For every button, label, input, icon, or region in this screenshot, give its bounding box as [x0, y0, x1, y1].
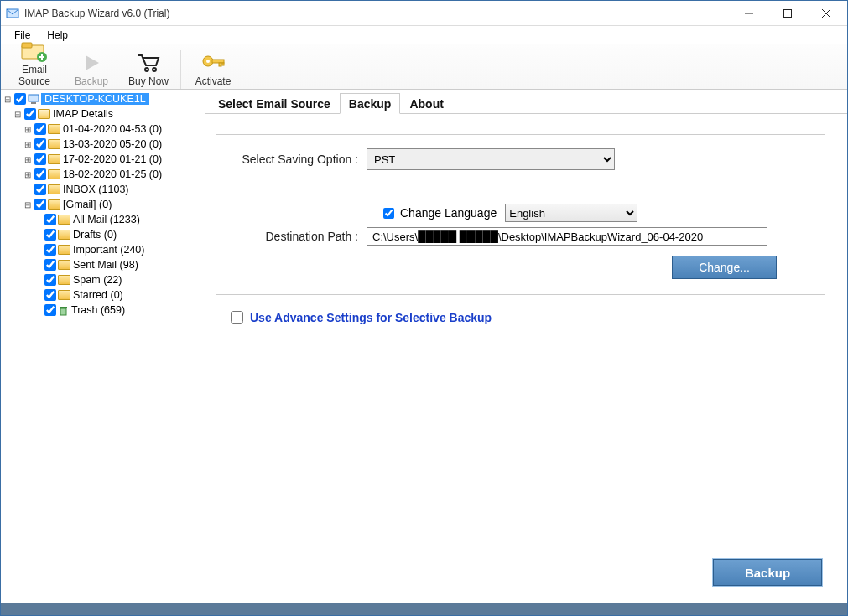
svg-rect-18: [29, 95, 39, 101]
svg-rect-19: [31, 102, 36, 104]
tab-backup[interactable]: Backup: [340, 93, 401, 114]
checkbox[interactable]: [34, 199, 46, 210]
collapse-icon[interactable]: ⊟: [13, 110, 23, 119]
checkbox[interactable]: [44, 259, 56, 271]
folder-icon: [48, 169, 60, 179]
titlebar: IMAP Backup Wizard v6.0 (Trial): [1, 1, 847, 26]
svg-point-11: [145, 68, 148, 71]
computer-icon: [28, 94, 39, 104]
folder-icon: [48, 139, 60, 149]
checkbox[interactable]: [44, 244, 56, 256]
collapse-icon[interactable]: ⊟: [3, 95, 13, 104]
svg-point-14: [206, 60, 210, 63]
folder-icon: [48, 184, 60, 194]
expand-icon[interactable]: ⊞: [23, 170, 33, 179]
tree-drafts[interactable]: Drafts (0): [3, 227, 203, 242]
play-icon: [63, 50, 120, 75]
tree-imap-details[interactable]: ⊟ IMAP Details: [3, 106, 203, 122]
tree-allmail[interactable]: All Mail (1233): [3, 212, 203, 227]
change-language-checkbox[interactable]: [383, 208, 394, 219]
destination-path-label: Destination Path :: [216, 230, 367, 243]
change-button[interactable]: Change...: [672, 256, 777, 279]
tree-trash[interactable]: Trash (659): [3, 303, 203, 318]
tree-starred[interactable]: Starred (0): [3, 287, 203, 303]
checkbox[interactable]: [44, 229, 56, 241]
toolbar-backup[interactable]: Backup: [63, 50, 120, 89]
svg-rect-15: [212, 60, 224, 63]
tab-about[interactable]: About: [400, 93, 452, 113]
checkbox[interactable]: [34, 168, 46, 180]
folder-icon: [58, 245, 70, 255]
svg-rect-17: [222, 63, 224, 65]
backup-button[interactable]: Backup: [713, 559, 822, 586]
advance-settings-row[interactable]: Use Advance Settings for Selective Backu…: [227, 308, 825, 326]
tree-item[interactable]: ⊞01-04-2020 04-53 (0): [3, 122, 203, 137]
tree-gmail[interactable]: ⊟[Gmail] (0): [3, 197, 203, 212]
divider: [216, 134, 825, 135]
tree-sentmail[interactable]: Sent Mail (98): [3, 257, 203, 272]
expand-icon[interactable]: ⊞: [23, 155, 33, 164]
toolbar-buy-now[interactable]: Buy Now: [120, 50, 177, 89]
advance-settings-label: Use Advance Settings for Selective Backu…: [250, 311, 492, 324]
tab-select-email-source[interactable]: Select Email Source: [209, 93, 340, 113]
tab-page-backup: Select Saving Option : PST Change Langua…: [205, 113, 847, 334]
svg-point-12: [153, 68, 156, 71]
tree-important[interactable]: Important (240): [3, 242, 203, 257]
saving-option-select[interactable]: PST: [367, 148, 615, 170]
cart-icon: [120, 50, 177, 75]
checkbox[interactable]: [44, 289, 56, 301]
destination-path-input[interactable]: [367, 227, 767, 246]
svg-rect-21: [60, 307, 67, 308]
checkbox[interactable]: [44, 214, 56, 225]
folder-icon: [48, 124, 60, 134]
expand-icon[interactable]: ⊞: [23, 125, 33, 134]
key-icon: [185, 50, 242, 75]
folder-tree[interactable]: ⊟ DESKTOP-KCUKE1L ⊟ IMAP Details ⊞01-04-…: [1, 90, 205, 603]
checkbox[interactable]: [14, 93, 26, 105]
menubar: File Help: [1, 26, 847, 44]
toolbar-activate[interactable]: Activate: [185, 50, 242, 89]
minimize-button[interactable]: [730, 1, 768, 26]
tree-item[interactable]: ⊞13-03-2020 05-20 (0): [3, 137, 203, 152]
folder-icon: [58, 230, 70, 240]
expand-icon[interactable]: ⊞: [23, 140, 33, 149]
checkbox[interactable]: [34, 153, 46, 165]
trash-icon: [58, 305, 69, 316]
change-language-label: Change Language: [400, 206, 497, 220]
svg-marker-10: [86, 55, 99, 70]
folder-icon: [58, 275, 70, 285]
checkbox[interactable]: [44, 274, 56, 286]
tree-item[interactable]: ⊞18-02-2020 01-25 (0): [3, 167, 203, 182]
checkbox[interactable]: [34, 123, 46, 135]
tree-inbox[interactable]: INBOX (1103): [3, 182, 203, 197]
status-bar: [1, 603, 847, 615]
folder-icon: [58, 290, 70, 300]
app-icon: [6, 7, 19, 20]
advance-settings-checkbox[interactable]: [231, 311, 243, 324]
maximize-button[interactable]: [768, 1, 807, 26]
svg-rect-20: [60, 308, 66, 315]
content: ⊟ DESKTOP-KCUKE1L ⊟ IMAP Details ⊞01-04-…: [1, 90, 847, 603]
toolbar-email-source[interactable]: Email Source: [6, 39, 63, 89]
checkbox[interactable]: [24, 108, 36, 120]
checkbox[interactable]: [34, 138, 46, 150]
tree-root[interactable]: ⊟ DESKTOP-KCUKE1L: [3, 91, 203, 106]
tree-item[interactable]: ⊞17-02-2020 01-21 (0): [3, 152, 203, 167]
folder-icon: [48, 154, 60, 164]
close-button[interactable]: [807, 1, 845, 26]
folder-icon: [58, 260, 70, 270]
tabbar: Select Email Source Backup About: [205, 90, 847, 113]
saving-option-label: Select Saving Option :: [216, 153, 367, 166]
tree-spam[interactable]: Spam (22): [3, 272, 203, 287]
divider: [216, 294, 825, 295]
folder-open-icon: [38, 109, 50, 119]
svg-rect-6: [22, 43, 32, 48]
folder-icon: [48, 199, 60, 210]
main-panel: Select Email Source Backup About Select …: [205, 90, 847, 603]
checkbox[interactable]: [44, 304, 56, 316]
language-select[interactable]: English: [505, 204, 637, 222]
toolbar-separator: [180, 50, 181, 89]
checkbox[interactable]: [34, 184, 46, 195]
collapse-icon[interactable]: ⊟: [23, 200, 33, 210]
svg-rect-2: [784, 9, 792, 17]
